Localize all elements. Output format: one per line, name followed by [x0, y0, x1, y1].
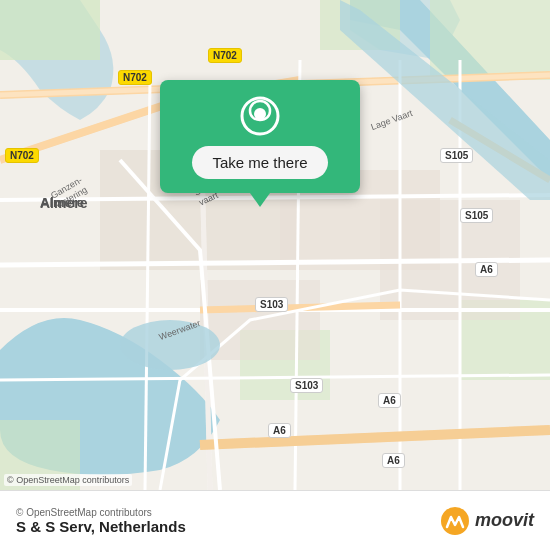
svg-rect-1: [0, 0, 100, 60]
route-badge-s103-1: S103: [255, 297, 288, 312]
route-badge-a6-1: A6: [475, 262, 498, 277]
map-container: Almere Take me there Almere N702 N702 N7…: [0, 0, 550, 490]
route-badge-a6-3: A6: [268, 423, 291, 438]
route-badge-n702-1: N702: [118, 70, 152, 85]
moovit-text: moovit: [475, 510, 534, 531]
map-attribution: © OpenStreetMap contributors: [4, 474, 132, 486]
take-me-there-button[interactable]: Take me there: [192, 146, 327, 179]
popup-tail: [250, 193, 270, 207]
bottom-bar: © OpenStreetMap contributors S & S Serv,…: [0, 490, 550, 550]
location-pin-icon: [240, 96, 280, 136]
svg-rect-3: [430, 0, 550, 80]
moovit-logo: moovit: [439, 505, 534, 537]
location-name: S & S Serv, Netherlands: [16, 518, 186, 535]
svg-point-14: [441, 507, 469, 535]
route-badge-a6-4: A6: [382, 453, 405, 468]
route-badge-n702-3: N702: [5, 148, 39, 163]
moovit-icon: [439, 505, 471, 537]
bottom-left: © OpenStreetMap contributors S & S Serv,…: [16, 507, 186, 535]
route-badge-a6-2: A6: [378, 393, 401, 408]
route-badge-n702-2: N702: [208, 48, 242, 63]
route-badge-s105-2: S105: [460, 208, 493, 223]
osm-attribution: © OpenStreetMap contributors: [16, 507, 186, 518]
route-badge-s103-2: S103: [290, 378, 323, 393]
map-popup: Take me there: [160, 80, 360, 193]
route-badge-s105-1: S105: [440, 148, 473, 163]
